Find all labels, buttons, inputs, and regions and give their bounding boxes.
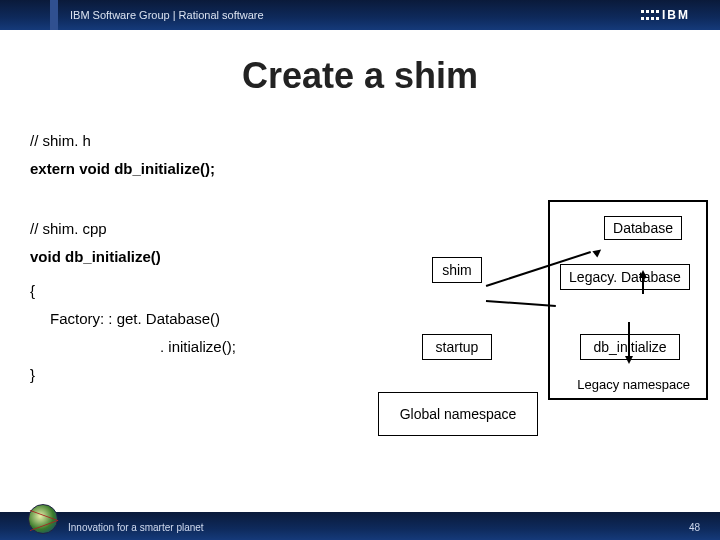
code-line-2-text: extern void db_initialize(); [30,160,215,177]
code-line-3: // shim. cpp [30,218,107,241]
page-number: 48 [689,522,700,533]
footer-tagline: Innovation for a smarter planet [68,522,204,533]
legacy-namespace-label: Legacy namespace [577,377,690,392]
code-line-4: void db_initialize() [30,246,161,269]
code-line-4-text: void db_initialize() [30,248,161,265]
slide-title: Create a shim [0,55,720,97]
shim-box: shim [432,257,482,283]
header-divider [50,0,58,30]
legacy-database-box: Legacy. Database [560,264,690,290]
code-line-5: { [30,280,35,303]
startup-box: startup [422,334,492,360]
header-bar: IBM Software Group | Rational software I… [0,0,720,30]
ibm-logo-dots [640,9,658,21]
slide: IBM Software Group | Rational software I… [0,0,720,540]
code-line-6: Factory: : get. Database() [50,308,220,331]
ibm-logo: IBM [640,0,690,30]
globe-icon [28,504,58,534]
code-line-2: extern void db_initialize(); [30,158,215,181]
code-line-1: // shim. h [30,130,91,153]
header-group-text: IBM Software Group | Rational software [70,0,264,30]
database-box: Database [604,216,682,240]
code-line-7: . initialize(); [160,336,236,359]
ibm-logo-text: IBM [662,8,690,22]
code-line-8: } [30,364,35,387]
global-namespace-box: Global namespace [378,392,538,436]
